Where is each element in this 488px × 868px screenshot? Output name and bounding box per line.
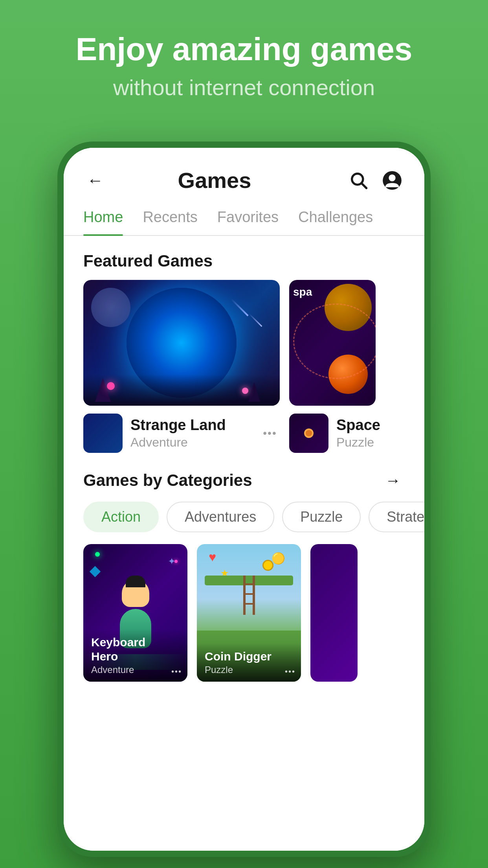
categories-arrow-button[interactable]: → — [381, 469, 405, 492]
strange-land-name: Strange Land — [130, 417, 252, 434]
strange-land-category: Adventure — [130, 435, 252, 450]
space-thumb — [289, 414, 328, 453]
glow-dot-1 — [107, 382, 115, 390]
main-scroll[interactable]: Featured Games — [64, 236, 424, 851]
svg-point-5 — [306, 430, 312, 436]
coin-digger-more-button[interactable]: ••• — [285, 667, 295, 676]
cd-rung-2 — [243, 593, 255, 595]
featured-games-list: Strange Land Adventure ••• spa — [64, 280, 424, 453]
meteor-1 — [231, 298, 248, 316]
header-icons — [346, 167, 405, 193]
coin-digger-name: Coin Digger — [205, 649, 293, 664]
kh-sparkle-1 — [95, 552, 100, 557]
profile-button[interactable] — [379, 167, 405, 193]
strange-land-bg — [83, 280, 280, 406]
cd-rung-1 — [243, 583, 255, 585]
svg-point-3 — [389, 174, 395, 181]
cd-balloon: 🟡 — [272, 552, 285, 565]
tab-bar: Home Recents Favorites Challenges — [64, 201, 424, 236]
space-game-category: Puzzle — [336, 435, 380, 450]
glow-dot-2 — [242, 388, 248, 394]
space-image: spa — [289, 280, 376, 406]
hero-subtitle: without internet connection — [24, 75, 464, 100]
categories-title: Games by Categories — [83, 471, 252, 490]
space-path — [293, 303, 376, 379]
kh-head — [122, 579, 149, 607]
phone-screen: ← Games — [64, 148, 424, 851]
crystal-1 — [95, 378, 111, 402]
strange-land-image — [83, 280, 280, 406]
space-info: Space Puzzle — [289, 406, 376, 453]
arrow-right-icon: → — [385, 472, 401, 489]
crystal-2 — [248, 382, 260, 402]
keyboard-hero-category: Adventure — [91, 664, 180, 675]
hero-title: Enjoy amazing games — [24, 31, 464, 67]
strange-land-thumb — [83, 414, 123, 453]
cd-heart: ♥ — [209, 550, 216, 565]
space-game-name: Space — [336, 417, 380, 434]
strange-land-more-button[interactable]: ••• — [260, 423, 280, 443]
space-text: Space Puzzle — [336, 417, 380, 450]
coin-digger-category: Puzzle — [205, 664, 293, 675]
strange-land-text: Strange Land Adventure — [130, 417, 252, 450]
partial-game-bg — [310, 544, 358, 682]
kh-cross: ✦ — [168, 556, 176, 567]
cd-rung-3 — [243, 603, 255, 605]
cd-ladder — [243, 576, 255, 615]
meteor-2 — [249, 314, 262, 327]
profile-icon — [382, 170, 402, 191]
game-card-partial[interactable] — [310, 544, 358, 682]
featured-section-title: Featured Games — [64, 236, 424, 280]
space-icon — [299, 423, 319, 443]
strange-land-info: Strange Land Adventure ••• — [83, 406, 280, 453]
app-header: ← Games — [64, 148, 424, 201]
keyboard-hero-name: KeyboardHero — [91, 635, 180, 664]
keyboard-hero-more-button[interactable]: ••• — [171, 667, 182, 676]
svg-line-1 — [361, 183, 366, 188]
featured-card-strange-land[interactable]: Strange Land Adventure ••• — [83, 280, 280, 453]
category-pills: Action Adventures Puzzle Strategy — [64, 502, 424, 532]
featured-card-space[interactable]: spa — [289, 280, 376, 453]
pill-adventures[interactable]: Adventures — [167, 502, 274, 532]
categories-header: Games by Categories → — [64, 453, 424, 502]
cd-coin — [262, 560, 273, 571]
game-card-coin-digger[interactable]: ♥ 🟡 ★ — [197, 544, 301, 682]
tab-recents[interactable]: Recents — [143, 201, 197, 235]
phone-frame: ← Games — [57, 142, 431, 857]
kh-diamond — [90, 566, 101, 577]
pill-puzzle[interactable]: Puzzle — [282, 502, 361, 532]
game-card-keyboard-hero[interactable]: ✦ KeyboardHero — [83, 544, 187, 682]
space-label: spa — [293, 286, 312, 298]
strange-land-thumb-bg — [83, 414, 123, 453]
pill-strategy[interactable]: Strategy — [369, 502, 424, 532]
search-icon — [349, 170, 369, 191]
tab-challenges[interactable]: Challenges — [298, 201, 373, 235]
page-title: Games — [83, 167, 346, 193]
search-button[interactable] — [346, 167, 371, 193]
game-grid: ✦ KeyboardHero — [64, 532, 424, 682]
app-content: ← Games — [64, 148, 424, 851]
kh-hair — [126, 576, 145, 587]
tab-home[interactable]: Home — [83, 201, 123, 235]
space-thumb-bg — [289, 414, 328, 453]
space-bg: spa — [289, 280, 376, 406]
hero-section: Enjoy amazing games without internet con… — [0, 31, 488, 100]
pill-action[interactable]: Action — [83, 502, 159, 532]
tab-favorites[interactable]: Favorites — [217, 201, 279, 235]
